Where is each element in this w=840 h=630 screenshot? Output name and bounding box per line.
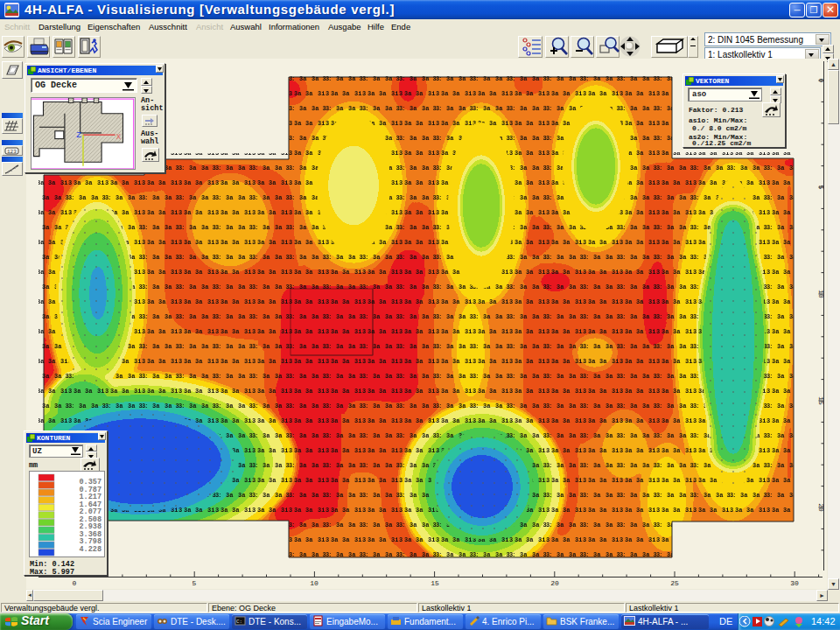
svg-text:25: 25 [670,579,679,587]
svg-text:20: 20 [817,503,825,512]
svg-text:C:: C: [236,619,242,625]
svg-text:0: 0 [817,79,825,83]
svg-text:5: 5 [192,579,197,587]
svg-text:0: 0 [73,579,77,587]
svg-text:15: 15 [430,579,439,587]
svg-text:X: X [116,133,122,142]
svg-text:10: 10 [817,290,825,298]
svg-text:10: 10 [310,579,318,587]
svg-text:4.228: 4.228 [79,545,102,554]
svg-text:15: 15 [817,396,825,405]
svg-text:Z: Z [76,130,81,140]
svg-text:30: 30 [790,579,799,587]
svg-text:20: 20 [550,579,559,587]
svg-text:5: 5 [817,186,825,190]
svg-text:123: 123 [7,149,17,155]
